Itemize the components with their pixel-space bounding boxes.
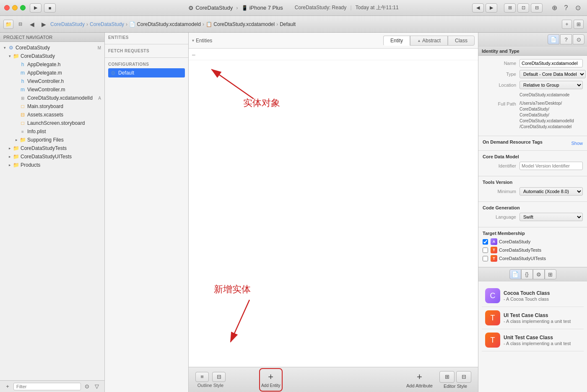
right-tab-file[interactable]: 📄: [548, 34, 559, 44]
folder-icon: 📁: [13, 145, 19, 152]
table-view-icon[interactable]: ⊞: [439, 371, 455, 383]
add-entity-button[interactable]: + Add Entity: [259, 368, 283, 392]
sidebar-item-appdelegate-m[interactable]: ▾ m AppDelegate.m: [0, 69, 104, 77]
type-select[interactable]: Default - Core Data Model: [519, 70, 586, 78]
name-input[interactable]: [519, 59, 583, 67]
entity-list: –: [189, 49, 478, 367]
sidebar-item-info-plist[interactable]: ▾ ≡ Info.plist: [0, 127, 104, 136]
outline-view-button-2[interactable]: ⊟: [212, 372, 226, 382]
breadcrumb-item-3[interactable]: 📄 CoreDtaStudy.xcdatamodeld: [129, 21, 201, 27]
sidebar-item-appdelegate-h[interactable]: ▾ h AppDelegate.h: [0, 60, 104, 69]
sidebar-toggle-button[interactable]: ⊞: [504, 3, 516, 13]
minimize-button[interactable]: [12, 5, 18, 10]
help-button[interactable]: ?: [561, 3, 571, 13]
template-item-unittest[interactable]: T Unit Test Case Class - A class impleme…: [482, 329, 584, 351]
layout-button[interactable]: ⊡: [517, 3, 529, 13]
location-select[interactable]: Relative to Group: [519, 81, 583, 89]
config-item-default[interactable]: ⚙ Default: [108, 68, 185, 77]
add-file-button[interactable]: +: [3, 382, 12, 391]
breadcrumb-back[interactable]: ◀: [27, 20, 37, 29]
add-attribute-label: Add Attribute: [406, 383, 433, 388]
minimum-select[interactable]: Automatic (Xcode 8.0): [519, 187, 583, 196]
target-checkbox-3[interactable]: [483, 256, 488, 261]
new-tab-button[interactable]: +: [562, 20, 572, 29]
target-row-1: A CoreDataStudy: [483, 238, 583, 245]
folder-icon[interactable]: 📁: [3, 20, 13, 29]
identifier-input[interactable]: [519, 162, 583, 170]
sidebar-item-coredatastudy[interactable]: ▾ 📁 CoreDataStudy: [0, 52, 104, 60]
sidebar-item-viewcontroller-m[interactable]: ▾ m ViewController.m: [0, 85, 104, 94]
template-tab-doc[interactable]: 📄: [509, 269, 521, 279]
nav-forward-button[interactable]: ▶: [486, 3, 497, 13]
sidebar-tree: ▾ ⚙ CoreDataStudy M ▾ 📁 CoreDataStudy ▾ …: [0, 42, 104, 380]
sidebar-item-main-storyboard[interactable]: ▾ □ Main.storyboard: [0, 102, 104, 111]
on-demand-section: On Demand Resource Tags Show: [478, 136, 587, 151]
breadcrumb-toolbar: 📁 ⊟ ◀ ▶ CoreDataStudy › CoreDataStudy › …: [0, 16, 587, 33]
language-select[interactable]: Swift: [519, 213, 583, 221]
sidebar-label-xcdatamodel: CoreDtaStudy.xcdatamodelId: [27, 95, 93, 101]
minimum-row: Minimum Automatic (Xcode 8.0): [483, 187, 583, 196]
target-label-2: T CoreDataStudyTests: [491, 247, 541, 253]
scheme-menu[interactable]: ⊟: [15, 20, 25, 29]
config-panel: ENTITIES FETCH REQUESTS CONFIGURATIONS ⚙…: [105, 33, 189, 392]
sidebar-search-input[interactable]: [13, 383, 81, 390]
breadcrumb-item-1[interactable]: CoreDataStudy: [50, 21, 85, 27]
inspector-toggle-button[interactable]: ⊟: [531, 3, 543, 13]
right-panel-header: Identity and Type: [478, 46, 587, 56]
sidebar-item-viewcontroller-h[interactable]: ▾ h ViewController.h: [0, 77, 104, 85]
target-checkbox-1[interactable]: [483, 239, 488, 245]
template-tab-code[interactable]: {}: [521, 269, 533, 279]
sidebar-options-button[interactable]: ⊙: [83, 382, 91, 391]
file-h-icon: h: [19, 61, 26, 68]
split-editor-button[interactable]: ⊞: [574, 20, 584, 29]
breadcrumb-item-2[interactable]: CoreDataStudy: [90, 21, 124, 27]
sidebar-item-launch-storyboard[interactable]: ▾ □ LaunchScreen.storyboard: [0, 119, 104, 127]
minimum-label: Minimum: [483, 189, 516, 194]
editor-style-button[interactable]: ⊞ ⊟ Editor Style: [439, 371, 471, 389]
sidebar-label-viewcontroller-m: ViewController.m: [27, 87, 65, 93]
right-tab-identity[interactable]: ⊙: [573, 34, 584, 44]
entities-collapse-button[interactable]: ▾: [192, 38, 194, 43]
template-item-uitest[interactable]: T UI Test Case Class - A class implement…: [482, 307, 584, 329]
canvas-view-icon[interactable]: ⊟: [456, 371, 471, 383]
breadcrumb-item-5[interactable]: Default: [280, 21, 296, 27]
sidebar-filter-button[interactable]: ▽: [93, 382, 101, 391]
entities-section-label: Entities: [196, 38, 212, 44]
right-tab-quick-help[interactable]: ?: [560, 34, 572, 44]
sidebar-item-products[interactable]: ▸ 📁 Products: [0, 161, 104, 169]
tab-abstract[interactable]: ▲ Abstract: [410, 36, 448, 46]
sidebar-item-xcdatamodel[interactable]: ▾ ⊞ CoreDtaStudy.xcdatamodelId A: [0, 94, 104, 102]
sidebar-root-label: CoreDataStudy: [16, 45, 50, 51]
template-uitest-desc: - A class implementing a unit test: [504, 319, 580, 324]
tab-entity[interactable]: Entity: [383, 36, 410, 46]
show-link[interactable]: Show: [571, 141, 583, 146]
entity-remove-button[interactable]: –: [192, 51, 195, 58]
template-cocoa-desc: - A Cocoa Touch class: [504, 297, 580, 302]
breadcrumb-forward[interactable]: ▶: [39, 20, 49, 29]
breadcrumb-item-4[interactable]: 📋 CoreDtaStudy.xcdatamodel: [206, 21, 275, 27]
project-icon: ⚙: [8, 44, 14, 51]
full-path-value: /Users/a7see/Desktop/CoreDataStudy/CoreD…: [519, 101, 574, 130]
maximize-button[interactable]: [20, 5, 26, 10]
right-panel-top-tabs: 📄 ? ⊙: [478, 33, 587, 46]
tab-class[interactable]: Class: [448, 36, 475, 46]
sidebar-item-tests[interactable]: ▸ 📁 CoreDataStudyTests: [0, 144, 104, 152]
outline-view-button[interactable]: ≡: [195, 372, 209, 382]
new-file-button[interactable]: ⊕: [549, 3, 559, 13]
run-button[interactable]: ▶: [30, 3, 42, 13]
sidebar-item-ui-tests[interactable]: ▸ 📁 CoreDataStudyUITests: [0, 152, 104, 161]
template-tab-grid[interactable]: ⊞: [545, 269, 556, 279]
sidebar-item-assets[interactable]: ▾ ⊟ Assets.xcassets: [0, 111, 104, 119]
template-item-cocoa[interactable]: C Cocoa Touch Class - A Cocoa Touch clas…: [482, 285, 584, 307]
activity-button[interactable]: ⊙: [573, 3, 583, 13]
template-cocoa-name: Cocoa Touch Class: [504, 290, 580, 296]
template-tabs: 📄 {} ⚙ ⊞: [478, 267, 587, 281]
add-attribute-group[interactable]: + Add Attribute: [406, 371, 433, 388]
sidebar-item-root[interactable]: ▾ ⚙ CoreDataStudy M: [0, 44, 104, 52]
sidebar-item-supporting-files[interactable]: ▸ 📁 Supporting Files: [0, 136, 104, 144]
target-checkbox-2[interactable]: [483, 248, 488, 253]
template-tab-gear[interactable]: ⚙: [533, 269, 545, 279]
stop-button[interactable]: ■: [44, 3, 56, 13]
close-button[interactable]: [4, 5, 10, 10]
nav-back-button[interactable]: ◀: [472, 3, 484, 13]
